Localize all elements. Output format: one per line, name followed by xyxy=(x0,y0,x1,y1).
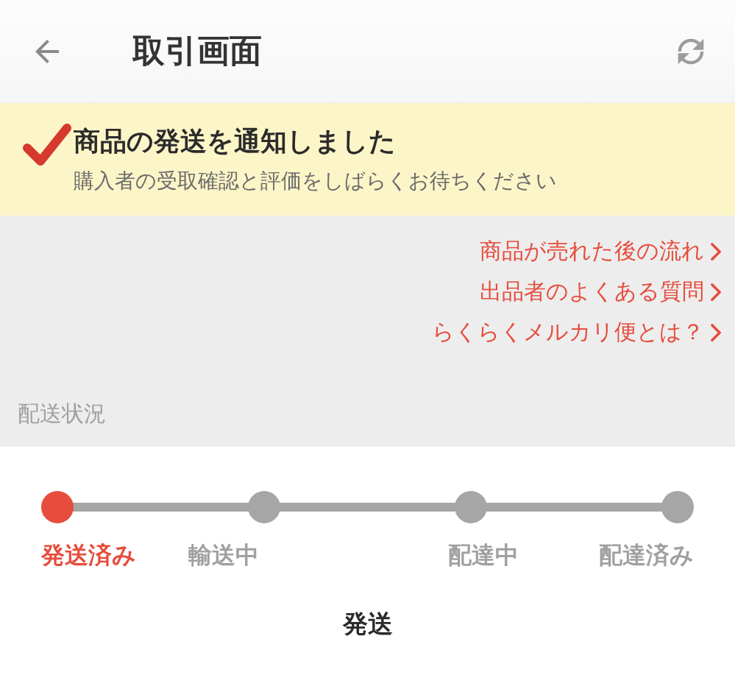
tracker-node-out-for-delivery xyxy=(455,491,487,523)
shipping-section-title: 発送 xyxy=(41,607,694,641)
tracker-node-delivered xyxy=(661,491,694,523)
tracker-bar xyxy=(41,491,694,523)
back-button[interactable] xyxy=(29,29,74,74)
tracker-node-in-transit xyxy=(248,491,280,523)
tracker-label-delivered: 配達済み xyxy=(599,540,694,572)
shipping-tracker: 発送済み 輸送中 配達中 配達済み 発送 xyxy=(0,447,735,671)
tracker-labels: 発送済み 輸送中 配達中 配達済み xyxy=(41,540,694,572)
notice-title: 商品の発送を通知しました xyxy=(74,124,713,160)
tracker-node-shipped xyxy=(41,491,74,523)
chevron-right-icon xyxy=(710,283,722,301)
refresh-icon xyxy=(672,32,710,71)
link-label: 商品が売れた後の流れ xyxy=(480,236,704,266)
app-header: 取引画面 xyxy=(0,0,735,103)
link-rakuraku-mercari[interactable]: らくらくメルカリ便とは？ xyxy=(432,317,722,347)
tracker-nodes xyxy=(41,491,694,523)
info-area: 商品が売れた後の流れ 出品者のよくある質問 らくらくメルカリ便とは？ 配送状況 xyxy=(0,216,735,447)
link-after-sale-flow[interactable]: 商品が売れた後の流れ xyxy=(480,236,722,266)
tracker-label-out-for-delivery: 配達中 xyxy=(368,540,600,572)
refresh-button[interactable] xyxy=(669,29,713,74)
notice-subtitle: 購入者の受取確認と評価をしばらくお待ちください xyxy=(74,167,713,195)
chevron-right-icon xyxy=(710,324,722,342)
link-label: 出品者のよくある質問 xyxy=(480,277,704,307)
arrow-left-icon xyxy=(29,34,65,69)
checkmark-icon xyxy=(21,119,74,172)
link-seller-faq[interactable]: 出品者のよくある質問 xyxy=(480,277,722,307)
link-label: らくらくメルカリ便とは？ xyxy=(432,317,704,347)
chevron-right-icon xyxy=(710,243,722,261)
notice-banner: 商品の発送を通知しました 購入者の受取確認と評価をしばらくお待ちください xyxy=(0,103,735,216)
page-title: 取引画面 xyxy=(132,29,262,73)
tracker-label-in-transit: 輸送中 xyxy=(108,540,340,572)
help-link-list: 商品が売れた後の流れ 出品者のよくある質問 らくらくメルカリ便とは？ xyxy=(18,236,722,347)
section-label-shipping-status: 配送状況 xyxy=(18,399,722,429)
